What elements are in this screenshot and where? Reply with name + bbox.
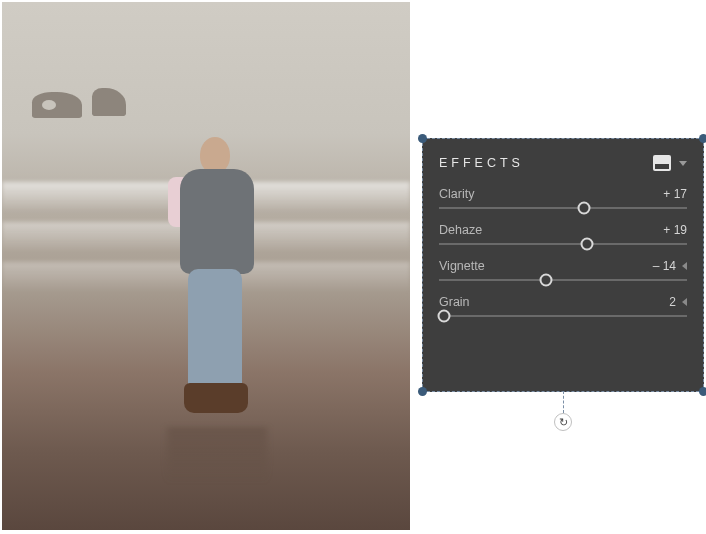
selection-rotate-stem	[563, 391, 564, 413]
expand-triangle-icon[interactable]	[682, 298, 687, 306]
slider-track[interactable]	[439, 279, 687, 281]
slider-value-text: + 19	[663, 223, 687, 237]
slider-label: Clarity	[439, 187, 474, 201]
effects-panel-selection[interactable]: EFFECTS Clarity+ 17Dehaze+ 19Vignette– 1…	[422, 138, 704, 392]
slider-value-text: + 17	[663, 187, 687, 201]
selection-rotate-handle[interactable]: ↻	[554, 413, 572, 431]
slider-thumb[interactable]	[437, 310, 450, 323]
slider-row-dehaze: Dehaze+ 19	[439, 223, 687, 245]
slider-track[interactable]	[439, 207, 687, 209]
effects-panel-header-controls	[653, 155, 687, 171]
selection-handle-top-right[interactable]	[699, 134, 706, 143]
slider-value-text: – 14	[653, 259, 676, 273]
slider-label: Vignette	[439, 259, 485, 273]
slider-track[interactable]	[439, 315, 687, 317]
selection-handle-top-left[interactable]	[418, 134, 427, 143]
effects-panel-header: EFFECTS	[439, 155, 687, 171]
effects-panel: EFFECTS Clarity+ 17Dehaze+ 19Vignette– 1…	[422, 138, 704, 392]
preview-photo	[2, 2, 410, 530]
expand-triangle-icon[interactable]	[682, 262, 687, 270]
slider-value[interactable]: 2	[669, 295, 687, 309]
slider-value[interactable]: + 17	[663, 187, 687, 201]
photo-rock	[32, 92, 82, 118]
slider-row-clarity: Clarity+ 17	[439, 187, 687, 209]
panel-menu-chevron-icon[interactable]	[679, 161, 687, 166]
slider-label: Dehaze	[439, 223, 482, 237]
slider-row-grain: Grain2	[439, 295, 687, 317]
slider-label: Grain	[439, 295, 470, 309]
slider-row-vignette: Vignette– 14	[439, 259, 687, 281]
slider-thumb[interactable]	[580, 238, 593, 251]
effects-panel-title: EFFECTS	[439, 156, 524, 170]
selection-handle-bottom-left[interactable]	[418, 387, 427, 396]
slider-track[interactable]	[439, 243, 687, 245]
slider-value-text: 2	[669, 295, 676, 309]
photo-reflection	[167, 427, 267, 483]
slider-thumb[interactable]	[539, 274, 552, 287]
slider-value[interactable]: + 19	[663, 223, 687, 237]
photo-subject	[162, 137, 272, 417]
effects-sliders: Clarity+ 17Dehaze+ 19Vignette– 14Grain2	[439, 187, 687, 317]
before-after-toggle-icon[interactable]	[653, 155, 671, 171]
slider-thumb[interactable]	[578, 202, 591, 215]
photo-rock	[92, 88, 126, 116]
selection-handle-bottom-right[interactable]	[699, 387, 706, 396]
slider-value[interactable]: – 14	[653, 259, 687, 273]
